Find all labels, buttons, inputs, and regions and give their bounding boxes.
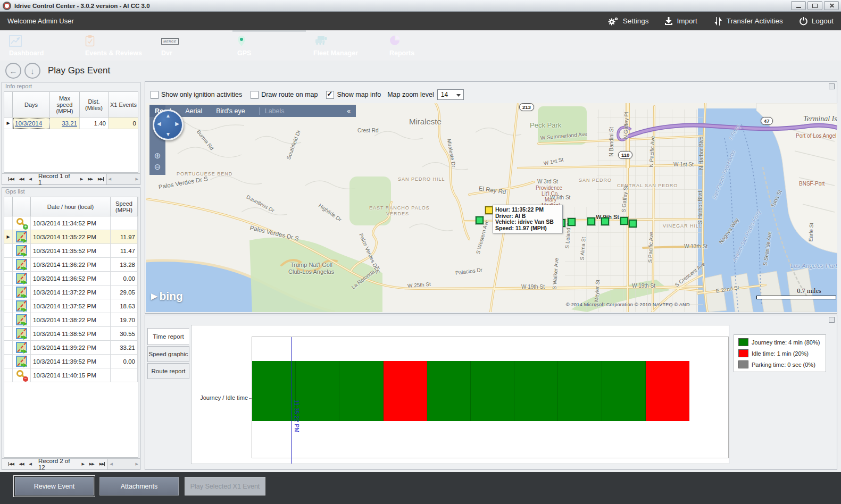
prev-record-button[interactable]: ◀ <box>29 462 31 466</box>
zoom-in-button[interactable]: ⊕ <box>154 152 161 159</box>
fast-next-button[interactable]: ▶▶ <box>89 462 94 466</box>
prev-record-button[interactable]: ◀ <box>29 177 31 181</box>
gps-point-marker[interactable] <box>629 220 637 228</box>
tab-gps[interactable]: GPS <box>232 32 306 60</box>
last-record-button[interactable]: ▶▶ <box>98 177 104 181</box>
tab-speed-graphic[interactable]: Speed graphic <box>147 346 189 362</box>
toolbar-collapse-button[interactable]: « <box>347 107 351 115</box>
legend-journey-label: Journey time: 4 min (80%) <box>752 339 820 346</box>
ignition-on-key-icon: + <box>16 217 27 229</box>
next-record-button[interactable]: ▶ <box>80 177 82 181</box>
map-scale-bar <box>756 296 836 299</box>
collapse-chart-panel-button[interactable] <box>829 317 835 323</box>
map-pin-icon <box>237 35 246 47</box>
selected-point-marker[interactable] <box>485 206 493 214</box>
max-speed-link[interactable]: 33.21 <box>62 120 77 127</box>
settings-button[interactable]: Settings <box>607 16 649 26</box>
horizontal-scrollbar[interactable]: ◀▶ <box>107 459 140 469</box>
map-style-aerial[interactable]: Aerial <box>185 107 202 115</box>
first-record-button[interactable]: ◀◀ <box>8 462 14 466</box>
gps-row[interactable]: +10/3/2014 11:34:52 PM <box>4 216 138 230</box>
gps-row[interactable]: 10/3/2014 11:37:52 PM18.63 <box>4 299 138 313</box>
play-selected-x1-event-button[interactable]: Play Selected X1 Event <box>185 477 265 495</box>
down-button[interactable]: ↓ <box>24 63 40 79</box>
review-event-button[interactable]: Review Event <box>15 477 94 495</box>
draw-route-checkbox[interactable] <box>251 91 259 99</box>
row-marker-cell <box>4 313 13 327</box>
gps-row[interactable]: ▶10/3/2014 11:35:22 PM11.97 <box>4 230 138 244</box>
column-header-speed[interactable]: Speed (MPH) <box>111 197 138 216</box>
gps-row[interactable]: 10/3/2014 11:39:22 PM33.21 <box>4 341 138 355</box>
column-header-dist[interactable]: Dist. (Miles) <box>80 92 109 117</box>
map-route-icon <box>16 231 27 242</box>
row-marker-cell: ▶ <box>4 230 13 244</box>
gps-point-marker[interactable] <box>601 217 609 225</box>
minimize-button[interactable] <box>791 1 806 10</box>
icon-cell <box>13 355 31 368</box>
welcome-text: Welcome Admin User <box>7 17 74 25</box>
date-link[interactable]: 10/3/2014 <box>15 120 42 127</box>
horizontal-scrollbar[interactable]: ◀▶ <box>106 174 140 184</box>
tab-fleet-manager[interactable]: Fleet Manager <box>309 32 382 60</box>
map-style-birdseye[interactable]: Bird's eye <box>216 107 245 115</box>
ignition-activities-checkbox[interactable] <box>151 91 159 99</box>
app-window: Idrive Control Center - 3.0.2 version - … <box>0 0 841 504</box>
map-pan-control[interactable]: ▲ ▼ ◀ ▶ <box>153 110 184 140</box>
tab-events-reviews[interactable]: Events & Reviews <box>80 32 154 60</box>
gps-row[interactable]: 10/3/2014 11:37:22 PM29.05 <box>4 285 138 299</box>
gps-row[interactable]: 10/3/2014 11:36:52 PM0.00 <box>4 272 138 285</box>
gps-row[interactable]: 10/3/2014 11:39:52 PM0.00 <box>4 355 138 368</box>
last-record-button[interactable]: ▶▶ <box>99 462 105 466</box>
gps-point-marker[interactable] <box>587 217 595 225</box>
tab-dashboard[interactable]: Dashboard <box>4 32 78 60</box>
info-report-panel: Info report Days Max speed (MPH) Dist. (… <box>2 82 140 185</box>
column-header-days[interactable]: Days <box>13 92 50 117</box>
map-style-labels[interactable]: Labels <box>265 107 285 115</box>
map-label: Earle St <box>808 223 814 242</box>
icon-cell <box>13 244 31 258</box>
tab-time-report[interactable]: Time report <box>147 328 189 345</box>
fast-prev-button[interactable]: ◀◀ <box>19 462 24 466</box>
show-map-info-checkbox[interactable] <box>326 91 334 99</box>
logout-button[interactable]: Logout <box>799 16 834 26</box>
collapse-map-panel-button[interactable] <box>829 83 835 89</box>
tab-reports[interactable]: Reports <box>385 32 458 60</box>
zoom-out-button[interactable]: ⊖ <box>154 163 161 171</box>
table-row[interactable]: ▶10/3/201433.211.400 <box>4 117 138 129</box>
back-button[interactable]: ← <box>5 63 21 79</box>
arrow-head <box>23 294 29 298</box>
gps-point-marker[interactable] <box>568 218 576 226</box>
days-cell[interactable]: 10/3/2014 <box>13 117 50 129</box>
column-header-x1-events[interactable]: X1 Events <box>109 92 138 117</box>
map-label: W 13th St <box>684 243 707 249</box>
fast-prev-button[interactable]: ◀◀ <box>19 177 24 181</box>
gps-point-marker[interactable] <box>620 217 628 225</box>
gps-row[interactable]: 10/3/2014 11:36:22 PM13.28 <box>4 258 138 272</box>
transfer-activities-button[interactable]: Transfer Activities <box>713 16 783 26</box>
maximize-button[interactable] <box>807 1 822 10</box>
next-record-button[interactable]: ▶ <box>81 462 84 466</box>
map-zoom-level-select[interactable]: 14 <box>437 89 464 100</box>
column-header-date-hour[interactable]: Date / hour (local) <box>31 197 111 216</box>
tooltip-hour: Hour: 11:35:22 PM <box>495 207 560 213</box>
gps-point-marker[interactable] <box>476 216 484 224</box>
journey-segment <box>471 361 514 421</box>
fast-next-button[interactable]: ▶▶ <box>88 177 93 181</box>
tab-route-report[interactable]: Route report <box>147 363 189 379</box>
map-label: Providence <box>536 185 562 191</box>
attachments-button[interactable]: Attachments <box>99 477 179 495</box>
icon-cell: − <box>13 368 31 382</box>
time-cursor-line[interactable] <box>292 337 292 464</box>
first-record-button[interactable]: ◀◀ <box>8 177 14 181</box>
import-button[interactable]: Import <box>664 16 697 26</box>
column-header-max-speed[interactable]: Max speed (MPH) <box>50 92 80 117</box>
gps-row[interactable]: 10/3/2014 11:35:52 PM11.47 <box>4 244 138 258</box>
date-hour-cell: 10/3/2014 11:36:22 PM <box>31 258 111 272</box>
gps-row[interactable]: 10/3/2014 11:38:52 PM30.55 <box>4 327 138 341</box>
gps-row[interactable]: −10/3/2014 11:40:15 PM <box>4 368 138 382</box>
bing-map[interactable]: MiralesteCrest RdBurma RdSouthfield DrMi… <box>146 103 837 312</box>
gps-row[interactable]: 10/3/2014 11:38:22 PM19.70 <box>4 313 138 327</box>
tab-dvr[interactable]: MERGE Dvr <box>156 32 230 60</box>
tab-label: Dvr <box>161 49 172 57</box>
close-button[interactable] <box>824 1 839 10</box>
